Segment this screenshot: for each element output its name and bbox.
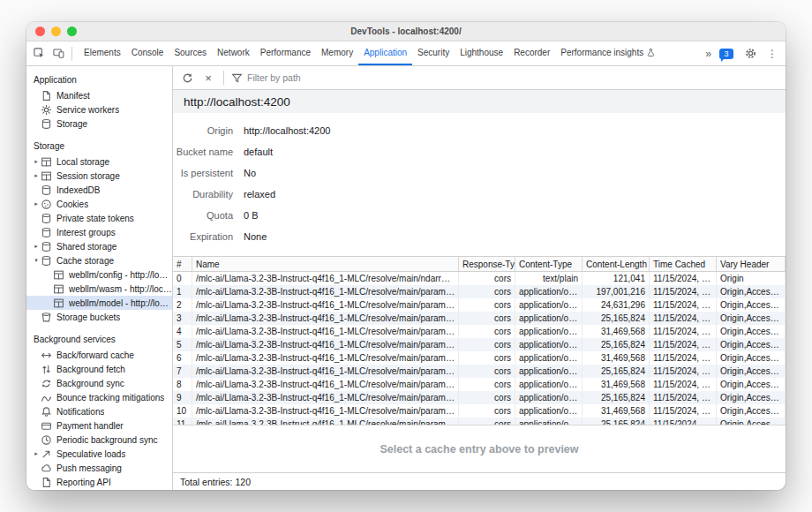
- column-header-content-length[interactable]: Content-Length: [583, 257, 650, 271]
- sidebar-item-background-fetch[interactable]: Background fetch: [26, 362, 172, 376]
- chevron-down-icon[interactable]: ▾: [32, 257, 41, 264]
- zoom-window-button[interactable]: [67, 26, 77, 36]
- tab-sources[interactable]: Sources: [169, 41, 212, 65]
- sidebar-item-bounce-tracking-mitigations[interactable]: Bounce tracking mitigations: [26, 390, 172, 404]
- sidebar-item-payment-handler[interactable]: Payment handler: [26, 418, 172, 433]
- sidebar-item-private-state-tokens[interactable]: Private state tokens: [26, 211, 172, 225]
- chevron-right-icon[interactable]: ▸: [32, 243, 41, 250]
- sidebar-item-label: Interest groups: [56, 228, 116, 237]
- column-header-vary-header[interactable]: Vary Header: [717, 257, 786, 271]
- devtools-body: ApplicationManifestService workersStorag…: [26, 66, 786, 490]
- sidebar-item-back-forward-cache[interactable]: Back/forward cache: [26, 348, 172, 362]
- sidebar-item-background-sync[interactable]: Background sync: [26, 376, 172, 390]
- tab-application[interactable]: Application: [358, 41, 412, 65]
- sidebar-item-cache-storage[interactable]: ▾Cache storage: [26, 253, 172, 267]
- settings-gear-icon[interactable]: [741, 45, 759, 63]
- cell-vary: Origin: [717, 272, 786, 285]
- sidebar-item-storage[interactable]: Storage: [26, 117, 172, 131]
- table-icon: [41, 156, 52, 168]
- sidebar-item-service-workers[interactable]: Service workers: [26, 102, 172, 117]
- column-header-[interactable]: #: [173, 257, 192, 271]
- table-row[interactable]: 6/mlc-ai/Llama-3.2-3B-Instruct-q4f16_1-M…: [173, 351, 786, 365]
- up-down-arrows-icon: [41, 364, 52, 375]
- payment-card-icon: [41, 420, 52, 432]
- sidebar-item-local-storage[interactable]: ▸Local storage: [26, 154, 172, 169]
- cell-time-cached: 11/15/2024, 10…: [650, 325, 717, 338]
- cell-num: 4: [173, 325, 192, 338]
- tab-memory[interactable]: Memory: [316, 41, 358, 65]
- tab-network[interactable]: Network: [212, 41, 255, 65]
- table-row[interactable]: 0/mlc-ai/Llama-3.2-3B-Instruct-q4f16_1-M…: [173, 272, 786, 285]
- tab-label: Network: [217, 48, 250, 57]
- tab-performance[interactable]: Performance: [255, 41, 316, 65]
- cell-vary: Origin,Access…: [717, 378, 786, 391]
- sidebar-item-label: Private state tokens: [56, 214, 134, 223]
- delete-selected-icon[interactable]: ×: [199, 69, 217, 87]
- sidebar-item-speculative-loads[interactable]: ▸Speculative loads: [26, 447, 172, 461]
- refresh-icon[interactable]: [178, 69, 196, 87]
- tab-console[interactable]: Console: [126, 41, 169, 65]
- sidebar-item-label: Manifest: [56, 91, 90, 101]
- table-row[interactable]: 2/mlc-ai/Llama-3.2-3B-Instruct-q4f16_1-M…: [173, 298, 786, 312]
- sidebar-item-webllm-config-http-loc[interactable]: webllm/config - http://loc…: [26, 267, 172, 282]
- close-window-button[interactable]: [35, 26, 45, 36]
- sidebar-item-interest-groups[interactable]: Interest groups: [26, 225, 172, 239]
- sidebar-item-webllm-model-http-loc[interactable]: webllm/model - http://loc…: [26, 296, 172, 310]
- sidebar-item-indexeddb[interactable]: IndexedDB: [26, 183, 172, 197]
- sidebar-item-webllm-wasm-http-loca[interactable]: webllm/wasm - http://loca…: [26, 282, 172, 296]
- tab-label: Performance: [260, 48, 311, 57]
- sidebar-item-notifications[interactable]: Notifications: [26, 404, 172, 418]
- sidebar-item-reporting-api[interactable]: Reporting API: [26, 475, 172, 489]
- separator: [71, 47, 72, 61]
- chevron-right-icon[interactable]: ▸: [32, 200, 41, 207]
- filter-by-path-input[interactable]: Filter by path: [230, 72, 301, 84]
- tab-recorder[interactable]: Recorder: [508, 41, 555, 65]
- chevron-right-icon[interactable]: ▸: [32, 450, 41, 457]
- sidebar-item-push-messaging[interactable]: Push messaging: [26, 461, 172, 475]
- tab-elements[interactable]: Elements: [79, 41, 126, 65]
- column-header-response-type[interactable]: Response-Type: [459, 257, 515, 271]
- meta-value: None: [244, 231, 267, 242]
- tab-performance-insights[interactable]: Performance insights: [555, 41, 661, 65]
- table-row[interactable]: 1/mlc-ai/Llama-3.2-3B-Instruct-q4f16_1-M…: [173, 285, 786, 298]
- minimize-window-button[interactable]: [51, 26, 61, 36]
- more-tabs-icon[interactable]: »: [705, 48, 711, 60]
- table-row[interactable]: 7/mlc-ai/Llama-3.2-3B-Instruct-q4f16_1-M…: [173, 365, 786, 378]
- table-row[interactable]: 10/mlc-ai/Llama-3.2-3B-Instruct-q4f16_1-…: [173, 404, 786, 418]
- meta-row-bucket-name: Bucket namedefault: [173, 141, 786, 162]
- cell-content-length: 25,165,824: [583, 365, 650, 378]
- device-toolbar-icon[interactable]: [49, 45, 67, 63]
- sidebar-item-cookies[interactable]: ▸Cookies: [26, 197, 172, 211]
- table-body[interactable]: 0/mlc-ai/Llama-3.2-3B-Instruct-q4f16_1-M…: [173, 272, 786, 425]
- table-row[interactable]: 4/mlc-ai/Llama-3.2-3B-Instruct-q4f16_1-M…: [173, 325, 786, 338]
- sidebar-item-storage-buckets[interactable]: Storage buckets: [26, 310, 172, 324]
- meta-value: No: [244, 168, 256, 178]
- cell-response-type: cors: [459, 404, 515, 418]
- sidebar-item-periodic-background-sync[interactable]: Periodic background sync: [26, 433, 172, 447]
- table-row[interactable]: 11/mlc-ai/Llama-3.2-3B-Instruct-q4f16_1-…: [173, 418, 786, 425]
- kebab-menu-icon[interactable]: ⋮: [767, 48, 778, 60]
- chevron-right-icon[interactable]: ▸: [32, 158, 41, 165]
- column-header-name[interactable]: Name: [192, 257, 459, 271]
- console-messages-badge[interactable]: 3: [719, 49, 733, 59]
- inspect-element-icon[interactable]: [30, 45, 48, 63]
- database-icon: [41, 255, 52, 267]
- meta-label: Expiration: [173, 231, 233, 242]
- separator: [223, 71, 224, 85]
- table-row[interactable]: 9/mlc-ai/Llama-3.2-3B-Instruct-q4f16_1-M…: [173, 391, 786, 404]
- sidebar-item-manifest[interactable]: Manifest: [26, 88, 172, 102]
- meta-row-durability: Durabilityrelaxed: [173, 184, 786, 205]
- table-row[interactable]: 3/mlc-ai/Llama-3.2-3B-Instruct-q4f16_1-M…: [173, 312, 786, 325]
- sidebar-item-shared-storage[interactable]: ▸Shared storage: [26, 239, 172, 253]
- table-row[interactable]: 5/mlc-ai/Llama-3.2-3B-Instruct-q4f16_1-M…: [173, 338, 786, 351]
- cell-content-length: 31,469,568: [583, 378, 650, 391]
- tab-lighthouse[interactable]: Lighthouse: [455, 41, 508, 65]
- column-header-content-type[interactable]: Content-Type: [515, 257, 583, 271]
- cell-name: /mlc-ai/Llama-3.2-3B-Instruct-q4f16_1-ML…: [192, 365, 459, 378]
- tab-security[interactable]: Security: [412, 41, 455, 65]
- table-row[interactable]: 8/mlc-ai/Llama-3.2-3B-Instruct-q4f16_1-M…: [173, 378, 786, 391]
- chevron-right-icon[interactable]: ▸: [32, 172, 41, 179]
- column-header-time-cached[interactable]: Time Cached: [650, 257, 717, 271]
- sidebar-item-session-storage[interactable]: ▸Session storage: [26, 169, 172, 183]
- cell-vary: Origin,Access…: [717, 312, 786, 325]
